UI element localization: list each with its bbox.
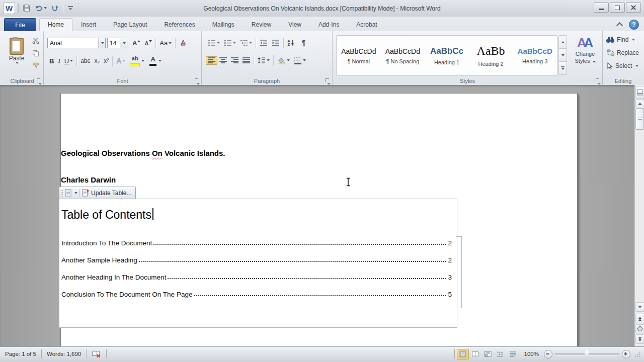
zoom-slider[interactable] <box>554 353 620 355</box>
clipboard-dialog-launcher[interactable] <box>36 78 42 83</box>
close-button[interactable] <box>626 3 641 13</box>
update-table-button[interactable]: Update Table... <box>91 190 132 197</box>
highlight-color-button[interactable]: ab <box>127 54 146 67</box>
numbering-dropdown-arrow[interactable] <box>233 42 236 44</box>
strikethrough-button[interactable]: abc <box>78 56 92 65</box>
spellcheck-flagged-word[interactable]: On <box>152 149 163 157</box>
shading-dropdown-arrow[interactable] <box>287 59 290 61</box>
ruler-toggle-button[interactable] <box>635 86 644 99</box>
select-dropdown-arrow[interactable] <box>635 65 638 67</box>
underline-dropdown-arrow[interactable] <box>70 60 73 62</box>
bullets-dropdown-arrow[interactable] <box>217 42 220 44</box>
font-size-dropdown[interactable] <box>120 38 127 48</box>
multilevel-list-button[interactable] <box>238 38 254 48</box>
select-button[interactable]: Select <box>606 61 638 70</box>
tab-file[interactable]: File <box>4 18 36 32</box>
toc-entry-page[interactable]: 3 <box>448 274 452 281</box>
line-spacing-button[interactable] <box>256 56 272 65</box>
paste-dropdown-arrow[interactable] <box>16 62 19 64</box>
drag-handle-icon[interactable] <box>61 190 63 197</box>
sort-button[interactable]: A Z <box>285 38 296 47</box>
increase-indent-button[interactable] <box>270 38 282 48</box>
toc-title[interactable]: Table of Contents <box>61 208 153 222</box>
zoom-in-button[interactable] <box>622 350 630 358</box>
shading-button[interactable] <box>275 56 292 65</box>
highlight-dropdown-arrow[interactable] <box>141 60 144 62</box>
scroll-up-button[interactable] <box>635 99 644 109</box>
minimize-ribbon-button[interactable] <box>615 21 624 29</box>
text-effects-button[interactable]: A <box>114 56 127 66</box>
toc-options-dropdown-arrow[interactable] <box>74 192 77 194</box>
save-button[interactable] <box>22 3 32 13</box>
bold-button[interactable]: B <box>47 56 56 66</box>
draft-view-button[interactable] <box>507 349 519 359</box>
borders-button[interactable] <box>292 56 308 65</box>
toc-entry[interactable]: Another Sample Heading 2 <box>61 256 452 264</box>
style-no-spacing[interactable]: AaBbCcDd ¶ No Spacing <box>381 36 425 75</box>
clear-formatting-button[interactable] <box>177 38 189 48</box>
zoom-out-button[interactable] <box>544 350 552 358</box>
toc-entry[interactable]: Another Heading In The Document 3 <box>61 274 452 281</box>
zoom-level[interactable]: 100% <box>521 347 542 361</box>
shrink-font-button[interactable]: A <box>142 39 154 47</box>
vertical-scrollbar[interactable] <box>634 85 644 346</box>
resize-grip[interactable] <box>634 351 641 357</box>
toc-entry-text[interactable]: Conclusion To The Document On The Page <box>61 291 192 298</box>
undo-dropdown-arrow[interactable] <box>44 7 47 9</box>
styles-scroll-up-button[interactable] <box>558 35 567 49</box>
tab-insert[interactable]: Insert <box>72 18 105 31</box>
document-title[interactable]: Geological Observations On Volcanic Isla… <box>61 149 225 157</box>
underline-button[interactable]: U <box>62 56 75 66</box>
paragraph-dialog-launcher[interactable] <box>325 78 331 83</box>
toc-entry-page[interactable]: 2 <box>448 239 452 247</box>
styles-scroll-down-button[interactable] <box>558 49 567 62</box>
borders-dropdown-arrow[interactable] <box>303 59 306 61</box>
change-styles-button[interactable]: AA Change Styles <box>570 35 600 79</box>
outline-view-button[interactable] <box>495 349 507 359</box>
web-layout-view-button[interactable] <box>482 349 494 359</box>
page-indicator[interactable]: Page: 1 of 5 <box>0 347 41 361</box>
full-screen-reading-view-button[interactable] <box>469 349 481 359</box>
toc-document-icon[interactable] <box>65 189 71 197</box>
decrease-indent-button[interactable] <box>258 38 270 48</box>
copy-button[interactable] <box>30 49 41 58</box>
align-left-button[interactable] <box>206 56 217 65</box>
multilevel-dropdown-arrow[interactable] <box>249 42 252 44</box>
toc-entry-page[interactable]: 2 <box>448 256 452 264</box>
style-heading-1[interactable]: AaBbCc Heading 1 <box>425 36 469 75</box>
align-center-button[interactable] <box>217 56 229 65</box>
tab-mailings[interactable]: Mailings <box>204 18 243 31</box>
numbering-button[interactable] <box>222 38 238 48</box>
toc-entry-text[interactable]: Another Heading In The Document <box>61 274 166 281</box>
styles-gallery-expand-button[interactable] <box>558 62 567 75</box>
italic-button[interactable]: I <box>56 56 62 66</box>
restore-button[interactable] <box>610 3 625 13</box>
toc-entry[interactable]: Introduction To The Document 2 <box>61 239 452 247</box>
word-count[interactable]: Words: 1,690 <box>42 347 86 361</box>
styles-dialog-launcher[interactable] <box>595 78 601 83</box>
toc-entry[interactable]: Conclusion To The Document On The Page 5 <box>61 291 452 298</box>
find-dropdown-arrow[interactable] <box>632 39 635 41</box>
superscript-button[interactable]: x² <box>102 56 111 65</box>
undo-button[interactable] <box>34 3 48 13</box>
customize-qat-button[interactable] <box>66 4 74 13</box>
font-family-combobox[interactable]: Arial <box>47 38 106 48</box>
font-color-button[interactable]: A <box>146 54 164 67</box>
style-heading-3[interactable]: AaBbCcD Heading 3 <box>513 36 557 75</box>
proofing-status-button[interactable] <box>87 347 106 361</box>
repeat-button[interactable] <box>50 3 60 13</box>
word-app-icon[interactable]: W <box>3 2 15 14</box>
tab-home[interactable]: Home <box>39 18 72 31</box>
paste-button[interactable]: Paste <box>5 35 28 75</box>
find-button[interactable]: Find <box>606 35 635 44</box>
next-page-button[interactable] <box>635 334 644 344</box>
previous-page-button[interactable] <box>635 314 644 323</box>
print-layout-view-button[interactable] <box>457 349 469 359</box>
tab-references[interactable]: References <box>155 18 203 31</box>
justify-button[interactable] <box>240 56 252 65</box>
show-hide-formatting-button[interactable]: ¶ <box>300 38 308 48</box>
toc-entry-text[interactable]: Another Sample Heading <box>61 256 137 264</box>
format-painter-button[interactable] <box>30 61 41 70</box>
grow-font-button[interactable]: A <box>130 38 142 48</box>
scrollbar-thumb[interactable] <box>635 109 644 130</box>
